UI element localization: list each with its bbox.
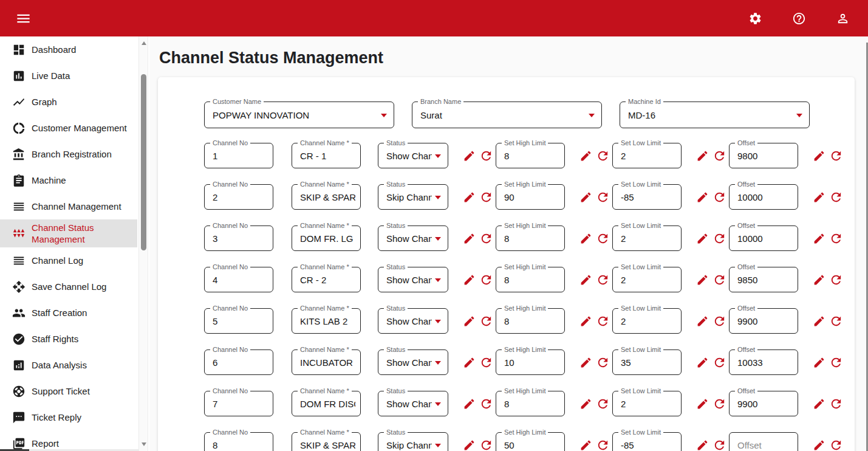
edit-pencil-icon[interactable] [578,148,593,163]
edit-pencil-icon[interactable] [812,314,826,328]
set-high-limit-field[interactable]: Set High Limit8 [496,391,565,416]
help-icon[interactable] [787,6,811,30]
refresh-icon[interactable] [829,396,843,411]
edit-pencil-icon[interactable] [578,314,593,328]
edit-pencil-icon[interactable] [812,355,826,370]
sidebar-item-staff-creation[interactable]: Staff Creation [0,300,137,326]
refresh-icon[interactable] [479,396,493,411]
edit-pencil-icon[interactable] [695,148,709,163]
refresh-icon[interactable] [479,314,493,328]
customer-name-select[interactable]: Customer NamePOPWAY INNOVATION [204,102,394,128]
refresh-icon[interactable] [595,438,610,451]
channel-no-field[interactable]: Channel No2 [204,184,273,210]
set-high-limit-field[interactable]: Set High Limit90 [496,184,565,210]
channel-no-field[interactable]: Channel No8 [204,432,273,451]
edit-pencil-icon[interactable] [812,190,826,204]
edit-pencil-icon[interactable] [812,272,826,287]
edit-pencil-icon[interactable] [462,148,476,163]
refresh-icon[interactable] [595,314,610,328]
refresh-icon[interactable] [595,355,610,370]
channel-no-field[interactable]: Channel No7 [204,391,273,416]
set-low-limit-field[interactable]: Set Low Limit-85 [612,432,682,451]
machine-id-select[interactable]: Machine IdMD-16 [620,102,810,128]
channel-name-field[interactable]: Channel Name *DOM FR DISCARD [292,391,361,416]
set-low-limit-field[interactable]: Set Low Limit2 [612,391,682,416]
edit-pencil-icon[interactable] [695,231,709,246]
refresh-icon[interactable] [595,190,610,204]
refresh-icon[interactable] [595,272,610,287]
channel-name-field[interactable]: Channel Name *SKIP & SPARE [292,184,361,210]
sidebar-scrollbar-thumb[interactable] [141,74,146,250]
refresh-icon[interactable] [829,314,843,328]
status-select[interactable]: StatusSkip Chann... [378,184,448,210]
set-low-limit-field[interactable]: Set Low Limit2 [612,267,682,292]
settings-gear-icon[interactable] [743,6,767,30]
edit-pencil-icon[interactable] [695,396,709,411]
refresh-icon[interactable] [712,355,726,370]
set-high-limit-field[interactable]: Set High Limit10 [496,349,565,375]
edit-pencil-icon[interactable] [695,314,709,328]
branch-name-select[interactable]: Branch NameSurat [412,102,602,128]
set-low-limit-field[interactable]: Set Low Limit35 [612,349,682,375]
status-select[interactable]: StatusSkip Chann... [378,432,448,451]
set-high-limit-field[interactable]: Set High Limit8 [496,226,565,251]
offset-field[interactable]: Offset9900 [729,308,798,334]
refresh-icon[interactable] [712,438,726,451]
edit-pencil-icon[interactable] [578,438,593,451]
sidebar-item-staff-rights[interactable]: Staff Rights [0,326,137,352]
status-select[interactable]: StatusShow Chan... [378,226,448,251]
refresh-icon[interactable] [595,231,610,246]
refresh-icon[interactable] [829,190,843,204]
offset-field[interactable]: Offset [729,432,798,451]
sidebar-item-support-ticket[interactable]: Support Ticket [0,378,137,404]
edit-pencil-icon[interactable] [578,190,593,204]
set-low-limit-field[interactable]: Set Low Limit2 [612,308,682,334]
channel-no-field[interactable]: Channel No3 [204,226,273,251]
offset-field[interactable]: Offset9900 [729,391,798,416]
status-select[interactable]: StatusShow Chan... [378,143,448,168]
scroll-down-arrow-icon[interactable] [142,442,146,446]
refresh-icon[interactable] [479,355,493,370]
sidebar-item-channel-status-management[interactable]: Channel Status Management [0,219,137,247]
status-select[interactable]: StatusShow Chan... [378,267,448,292]
refresh-icon[interactable] [829,231,843,246]
sidebar-item-branch-registration[interactable]: Branch Registration [0,141,137,167]
status-select[interactable]: StatusShow Chan... [378,349,448,375]
edit-pencil-icon[interactable] [812,231,826,246]
edit-pencil-icon[interactable] [812,438,826,451]
menu-icon[interactable] [11,6,35,30]
sidebar-item-channel-log[interactable]: Channel Log [0,247,137,274]
channel-no-field[interactable]: Channel No4 [204,267,273,292]
refresh-icon[interactable] [712,148,726,163]
refresh-icon[interactable] [479,190,493,204]
channel-name-field[interactable]: Channel Name *CR - 2 [292,267,361,292]
refresh-icon[interactable] [712,396,726,411]
channel-no-field[interactable]: Channel No6 [204,349,273,375]
edit-pencil-icon[interactable] [695,355,709,370]
edit-pencil-icon[interactable] [578,272,593,287]
set-high-limit-field[interactable]: Set High Limit8 [496,308,565,334]
refresh-icon[interactable] [479,438,493,451]
offset-field[interactable]: Offset10033 [729,349,798,375]
status-select[interactable]: StatusShow Chan... [378,308,448,334]
refresh-icon[interactable] [712,272,726,287]
refresh-icon[interactable] [712,190,726,204]
edit-pencil-icon[interactable] [578,231,593,246]
edit-pencil-icon[interactable] [462,438,476,451]
set-low-limit-field[interactable]: Set Low Limit2 [612,226,682,251]
offset-field[interactable]: Offset10000 [729,184,798,210]
set-high-limit-field[interactable]: Set High Limit8 [496,143,565,168]
refresh-icon[interactable] [829,438,843,451]
channel-name-field[interactable]: Channel Name *SKIP & SPARE [292,432,361,451]
edit-pencil-icon[interactable] [695,190,709,204]
sidebar-item-ticket-reply[interactable]: Ticket Reply [0,404,137,430]
set-low-limit-field[interactable]: Set Low Limit-85 [612,184,682,210]
edit-pencil-icon[interactable] [695,272,709,287]
edit-pencil-icon[interactable] [462,190,476,204]
refresh-icon[interactable] [479,272,493,287]
refresh-icon[interactable] [712,231,726,246]
edit-pencil-icon[interactable] [462,272,476,287]
sidebar-item-graph[interactable]: Graph [0,89,137,115]
refresh-icon[interactable] [712,314,726,328]
set-low-limit-field[interactable]: Set Low Limit2 [612,143,682,168]
